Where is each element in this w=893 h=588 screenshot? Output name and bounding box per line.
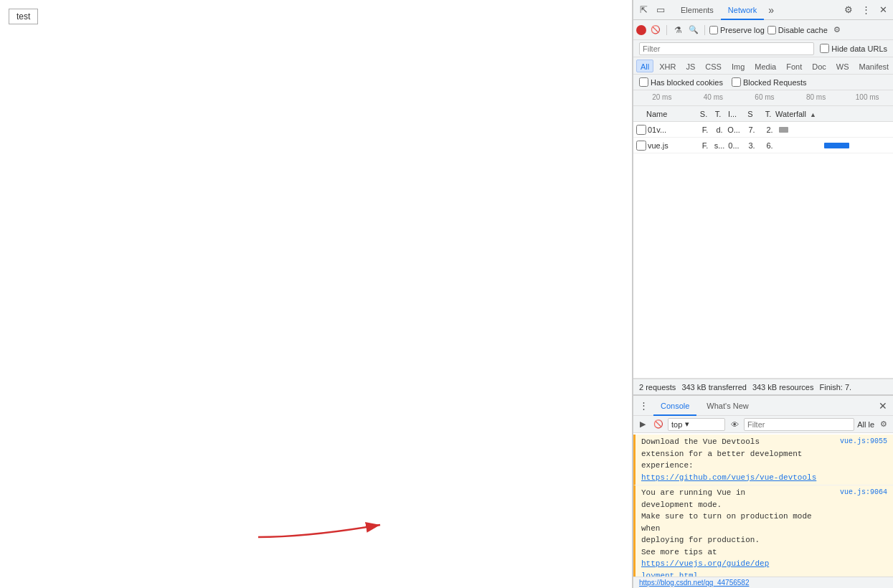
tab-network[interactable]: Network	[721, 0, 764, 20]
console-source-2[interactable]: vue.js:9064	[840, 487, 887, 498]
row-waterfall-1	[777, 125, 890, 134]
row-time-2: 6.	[762, 141, 777, 150]
console-message-2: You are running Vue in development mode.…	[633, 485, 893, 577]
has-blocked-cookies-checkbox[interactable]	[639, 77, 648, 87]
devtools-actions: ⚙ ⋮ ✕	[841, 3, 890, 17]
console-context-label: top	[671, 420, 682, 429]
col-header-size[interactable]: S	[740, 110, 761, 118]
waterfall-timeline-header: 20 ms 40 ms 60 ms 80 ms 100 ms	[633, 90, 893, 106]
more-options-icon[interactable]: ⋮	[859, 3, 873, 17]
wf-time-20: 20 ms	[636, 93, 688, 101]
type-filter-img[interactable]: Img	[727, 60, 749, 72]
type-filter-css[interactable]: CSS	[701, 60, 726, 72]
request-count: 2 requests	[639, 383, 676, 392]
filter-input[interactable]	[639, 42, 814, 55]
record-button[interactable]	[636, 25, 646, 35]
type-filter-doc[interactable]: Doc	[808, 60, 831, 72]
throttling-icon[interactable]: ⚙	[831, 24, 844, 37]
type-filter-js[interactable]: JS	[681, 60, 699, 72]
tab-console[interactable]: Console	[653, 396, 696, 416]
dock-icon[interactable]: ▭	[653, 3, 668, 17]
col-header-type[interactable]: T.	[711, 110, 725, 118]
wf-time-60: 60 ms	[739, 93, 790, 101]
type-filter-all[interactable]: All	[636, 60, 653, 72]
search-icon[interactable]: 🔍	[687, 24, 700, 37]
col-header-time[interactable]: T.	[761, 110, 775, 118]
has-blocked-cookies-label[interactable]: Has blocked cookies	[639, 77, 723, 87]
disable-cache-checkbox[interactable]	[767, 26, 776, 34]
page-title: test	[9, 9, 38, 24]
table-row[interactable]: 01v... F. d. O... 7. 2.	[633, 122, 893, 138]
vue-deployment-link[interactable]: https://vuejs.org/guide/deployment.html	[641, 559, 769, 577]
settings-icon[interactable]: ⚙	[841, 3, 856, 17]
table-header-row: Name S. T. I... S T. Waterfall ▲	[633, 106, 893, 122]
type-filter-bar: All XHR JS CSS Img Media Font Doc WS Man…	[633, 57, 893, 75]
type-filter-manifest[interactable]: Manifest	[855, 60, 893, 72]
row-waterfall-2	[777, 141, 890, 150]
network-requests-table[interactable]: Name S. T. I... S T. Waterfall ▲ 01v... …	[633, 106, 893, 379]
console-block-icon[interactable]: 🚫	[652, 418, 665, 431]
console-context-selector[interactable]: top ▾	[668, 418, 725, 431]
tab-whats-new[interactable]: What's New	[699, 396, 755, 416]
clear-button[interactable]: 🚫	[649, 24, 662, 37]
preserve-log-label[interactable]: Preserve log	[709, 26, 765, 34]
csdn-url[interactable]: https://blog.csdn.net/qq_44756582	[639, 579, 749, 587]
arrow-annotation	[251, 512, 394, 546]
console-output: Download the Vue Devtools extension for …	[633, 433, 893, 577]
col-header-name[interactable]: Name	[646, 110, 696, 118]
row-size-2: 3.	[741, 141, 762, 150]
tab-elements[interactable]: Elements	[674, 0, 721, 20]
console-eye-icon[interactable]: 👁	[728, 418, 741, 431]
blocked-bar: Has blocked cookies Blocked Requests	[633, 75, 893, 90]
console-settings-icon[interactable]: ⚙	[877, 418, 890, 431]
type-filter-xhr[interactable]: XHR	[655, 60, 680, 72]
undock-icon[interactable]: ⇱	[636, 3, 651, 17]
col-header-waterfall[interactable]: Waterfall ▲	[775, 110, 890, 118]
row-time-1: 2.	[762, 125, 777, 134]
console-menu-icon[interactable]: ⋮	[636, 399, 651, 413]
vue-devtools-link[interactable]: https://github.com/vuejs/vue-devtools	[641, 473, 816, 482]
type-filter-media[interactable]: Media	[750, 60, 780, 72]
table-row[interactable]: vue.js F. s... 0... 3. 6.	[633, 138, 893, 153]
row-type-1: d.	[712, 125, 727, 134]
row-checkbox-2[interactable]	[636, 141, 646, 151]
filter-icon[interactable]: ⚗	[671, 24, 684, 37]
devtools-dock-icons: ⇱ ▭	[636, 3, 668, 17]
console-toolbar: ▶ 🚫 top ▾ 👁 All le ⚙	[633, 416, 893, 433]
type-filter-font[interactable]: Font	[782, 60, 806, 72]
devtools-tab-bar: ⇱ ▭ Elements Network » ⚙ ⋮ ✕	[633, 0, 893, 20]
row-type-2: s...	[712, 141, 727, 150]
console-source-1[interactable]: vue.js:9055	[840, 436, 887, 447]
hide-data-urls-checkbox[interactable]	[820, 44, 829, 53]
row-status-1: F.	[698, 125, 712, 134]
console-close-icon[interactable]: ✕	[876, 400, 890, 412]
transferred-size: 343 kB transferred	[681, 383, 747, 392]
main-page: test	[0, 0, 633, 588]
row-checkbox-1[interactable]	[636, 125, 646, 135]
preserve-log-checkbox[interactable]	[709, 26, 718, 34]
waterfall-bar-2	[824, 143, 849, 148]
more-tabs-icon[interactable]: »	[765, 4, 777, 16]
row-initiator-1: O...	[727, 125, 741, 134]
console-filter-input[interactable]	[744, 418, 854, 431]
finish-time: Finish: 7.	[819, 383, 851, 392]
wf-time-40: 40 ms	[688, 93, 740, 101]
network-status-bar: 2 requests 343 kB transferred 343 kB res…	[633, 379, 893, 394]
blocked-requests-label[interactable]: Blocked Requests	[732, 77, 807, 87]
console-run-icon[interactable]: ▶	[636, 418, 649, 431]
row-name-1: 01v...	[648, 125, 698, 134]
blocked-requests-checkbox[interactable]	[732, 77, 741, 87]
hide-data-urls-label[interactable]: Hide data URLs	[820, 44, 887, 53]
disable-cache-label[interactable]: Disable cache	[767, 26, 828, 34]
row-status-2: F.	[698, 141, 712, 150]
network-toolbar: 🚫 ⚗ 🔍 Preserve log Disable cache ⚙	[633, 20, 893, 40]
type-filter-ws[interactable]: WS	[832, 60, 854, 72]
console-levels-label: All le	[857, 420, 874, 429]
devtools-panel: ⇱ ▭ Elements Network » ⚙ ⋮ ✕ 🚫 ⚗ 🔍 Prese…	[633, 0, 893, 588]
close-devtools-icon[interactable]: ✕	[876, 3, 890, 17]
waterfall-time-markers: 20 ms 40 ms 60 ms 80 ms 100 ms	[633, 93, 893, 101]
col-header-initiator[interactable]: I...	[725, 110, 740, 118]
col-header-status[interactable]: S.	[696, 110, 711, 118]
console-msg-text-2: You are running Vue in development mode.…	[641, 487, 834, 577]
row-initiator-2: 0...	[727, 141, 741, 150]
